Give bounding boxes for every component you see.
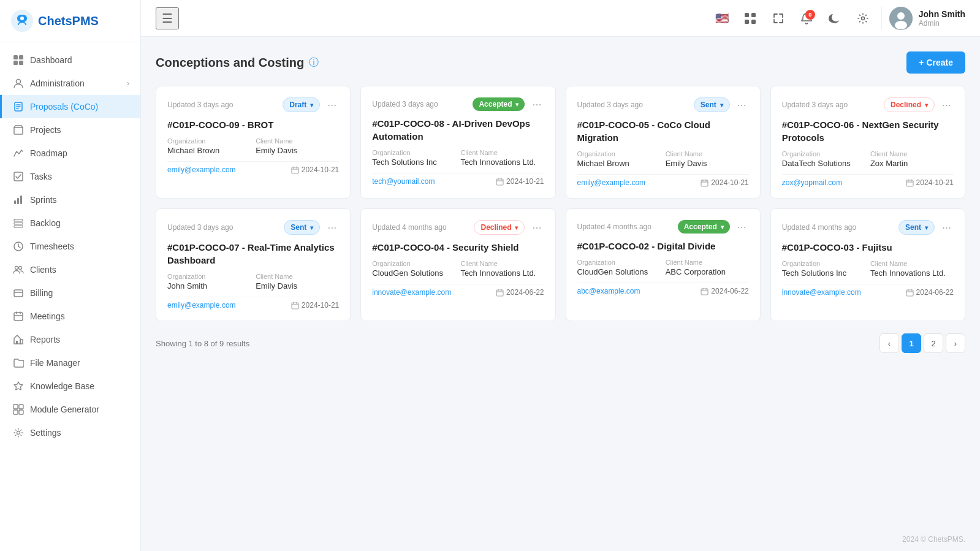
more-options-button[interactable]: ··· (325, 99, 339, 110)
card-footer: emily@example.com 2024-10-21 (167, 297, 339, 310)
status-badge[interactable]: Declined ▾ (474, 220, 525, 235)
svg-rect-14 (20, 196, 22, 204)
card-email[interactable]: innovate@example.com (372, 288, 451, 297)
status-badge[interactable]: Sent ▾ (898, 220, 935, 235)
sidebar-item-reports[interactable]: Reports (0, 328, 140, 351)
page-1-button[interactable]: 1 (902, 333, 921, 353)
card-email[interactable]: abc@example.com (577, 287, 640, 295)
sidebar-item-sprints[interactable]: Sprints (0, 188, 140, 211)
org-label: Organization (167, 137, 251, 145)
svg-rect-36 (751, 20, 756, 24)
card-header-right: Sent ▾ ··· (694, 97, 749, 112)
svg-point-19 (15, 267, 18, 270)
page-title-row: Conceptions and Costing ⓘ (156, 56, 319, 70)
page-2-button[interactable]: 2 (924, 333, 943, 353)
sidebar-item-knowledge-base[interactable]: Knowledge Base (0, 374, 140, 398)
org-value: Michael Brown (167, 146, 251, 155)
timesheets-icon (13, 241, 24, 252)
card-header-right: Draft ▾ ··· (283, 97, 339, 112)
status-badge[interactable]: Accepted ▾ (678, 220, 730, 234)
card-updated: Updated 4 months ago (782, 223, 856, 232)
card-email[interactable]: emily@example.com (577, 178, 646, 187)
more-options-button[interactable]: ··· (735, 99, 749, 110)
svg-rect-31 (19, 410, 23, 414)
hamburger-button[interactable]: ☰ (156, 7, 179, 29)
more-options-button[interactable]: ··· (735, 221, 749, 232)
card-header: Updated 4 months ago Accepted ▾ ··· (577, 220, 749, 234)
card-title: #C01P-COCO-09 - BROT (167, 118, 339, 131)
card-title: #C01P-COCO-03 - Fujitsu (782, 241, 954, 254)
more-options-button[interactable]: ··· (940, 222, 954, 233)
svg-rect-34 (751, 13, 756, 17)
apps-icon[interactable] (740, 9, 760, 28)
next-page-button[interactable]: › (946, 333, 965, 353)
sidebar-item-projects[interactable]: Projects (0, 118, 140, 142)
card-email[interactable]: emily@example.com (167, 165, 236, 174)
more-options-button[interactable]: ··· (325, 222, 339, 233)
more-options-button[interactable]: ··· (940, 99, 954, 110)
org-field: Organization CloudGen Solutions (577, 259, 661, 276)
dark-mode-icon[interactable] (825, 9, 845, 28)
sidebar-item-backlog[interactable]: Backlog (0, 211, 140, 235)
client-value: Tech Innovations Ltd. (460, 158, 544, 167)
card-footer: emily@example.com 2024-10-21 (577, 174, 749, 187)
org-field: Organization John Smith (167, 273, 251, 291)
sidebar-item-proposals[interactable]: Proposals (CoCo) (0, 95, 140, 118)
card-fields: Organization Tech Solutions Inc Client N… (782, 260, 954, 278)
client-field: Client Name Emily Davis (256, 137, 339, 155)
sidebar-item-meetings[interactable]: Meetings (0, 305, 140, 328)
card-date: 2024-10-21 (496, 177, 544, 186)
card-date: 2024-10-21 (291, 165, 339, 174)
card-header: Updated 3 days ago Sent ▾ ··· (167, 220, 339, 235)
flag-icon[interactable]: 🇺🇸 (712, 9, 732, 28)
card-email[interactable]: zox@yopmail.com (782, 178, 842, 187)
card-date: 2024-10-21 (701, 178, 748, 187)
sidebar-item-dashboard[interactable]: Dashboard (0, 48, 140, 72)
sidebar-item-tasks[interactable]: Tasks (0, 165, 140, 188)
card-fields: Organization DataTech Solutions Client N… (782, 150, 954, 168)
pagination-row: Showing 1 to 8 of 9 results ‹ 1 2 › (156, 333, 965, 353)
more-options-button[interactable]: ··· (530, 222, 544, 233)
card-footer: emily@example.com 2024-10-21 (167, 161, 339, 174)
client-field: Client Name Tech Innovations Ltd. (460, 149, 544, 167)
card-fields: Organization John Smith Client Name Emil… (167, 273, 339, 291)
status-badge[interactable]: Sent ▾ (284, 220, 320, 235)
svg-rect-65 (701, 289, 708, 295)
client-label: Client Name (870, 150, 954, 158)
client-value: Emily Davis (256, 281, 339, 291)
sidebar-label-proposals: Proposals (CoCo) (30, 102, 98, 112)
client-field: Client Name Tech Innovations Ltd. (870, 260, 954, 278)
tasks-icon (13, 171, 24, 182)
card-email[interactable]: tech@youmail.com (372, 177, 435, 186)
info-icon[interactable]: ⓘ (309, 56, 319, 69)
sidebar-item-settings[interactable]: Settings (0, 421, 140, 444)
status-badge[interactable]: Draft ▾ (283, 97, 320, 112)
settings-gear-icon[interactable] (853, 9, 873, 28)
sidebar-item-billing[interactable]: Billing (0, 281, 140, 305)
prev-page-button[interactable]: ‹ (879, 333, 899, 353)
status-badge[interactable]: Sent ▾ (694, 97, 730, 112)
card-email[interactable]: innovate@example.com (782, 288, 861, 297)
sidebar-item-file-manager[interactable]: File Manager (0, 351, 140, 374)
logo[interactable]: ChetsPMS (0, 0, 140, 42)
sidebar-item-timesheets[interactable]: Timesheets (0, 235, 140, 258)
sidebar-item-administration[interactable]: Administration › (0, 72, 140, 95)
fullscreen-icon[interactable] (769, 9, 788, 28)
status-badge[interactable]: Declined ▾ (884, 97, 935, 112)
sidebar-item-module-generator[interactable]: Module Generator (0, 398, 140, 421)
more-options-button[interactable]: ··· (530, 99, 544, 110)
status-badge[interactable]: Accepted ▾ (473, 97, 525, 111)
create-button[interactable]: + Create (906, 51, 965, 74)
card-header: Updated 4 months ago Sent ▾ ··· (782, 220, 954, 235)
user-profile[interactable]: John Smith Admin (881, 7, 965, 30)
card-fields: Organization Tech Solutions Inc Client N… (372, 149, 544, 167)
calendar-icon (496, 178, 504, 186)
svg-rect-13 (17, 198, 19, 204)
card-email[interactable]: emily@example.com (167, 301, 236, 310)
card-title: #C01P-COCO-05 - CoCo Cloud Migration (577, 118, 749, 144)
calendar-icon (701, 287, 708, 295)
sidebar-item-roadmap[interactable]: Roadmap (0, 142, 140, 165)
notification-bell-icon[interactable]: 0 (797, 9, 816, 28)
card-title: #C01P-COCO-04 - Security Shield (372, 241, 544, 254)
sidebar-item-clients[interactable]: Clients (0, 258, 140, 281)
